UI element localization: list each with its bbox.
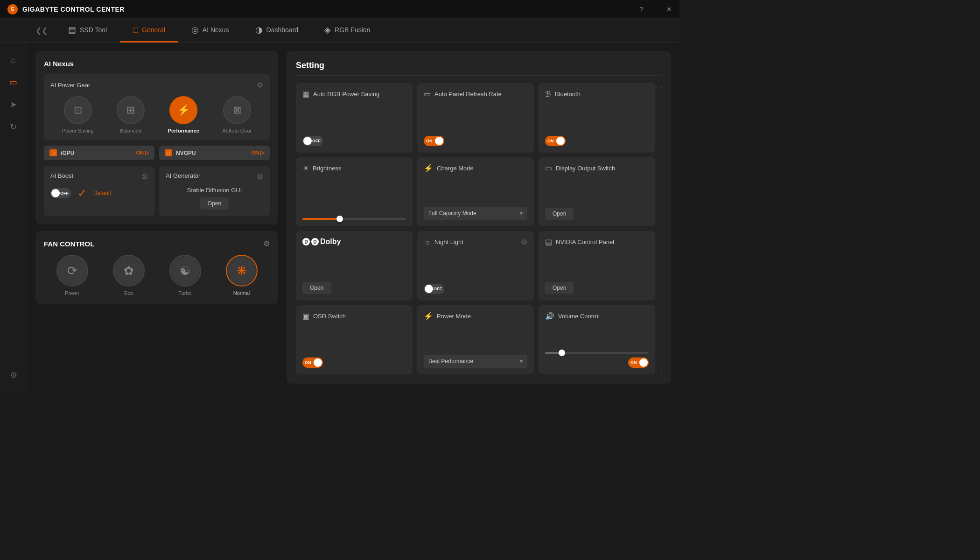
close-button[interactable]: ✕ (666, 6, 672, 13)
dolby-header: D D Dolby (302, 238, 406, 246)
nav-item-general[interactable]: □ General (120, 19, 178, 42)
charge-mode-value: Full Capacity Mode (428, 210, 476, 217)
nav-item-dashboard[interactable]: ◑ Dashboard (242, 19, 312, 42)
sidebar-item-display[interactable]: ▭ (4, 73, 23, 91)
igpu-status: ON ▷ (136, 150, 149, 156)
ai-generator-content: Stable Diffusion GUI Open (166, 187, 263, 210)
dolby-text: Dolby (320, 238, 341, 246)
fan-eco-label: Eco (124, 290, 133, 296)
fan-control-header: FAN CONTROL ⚙ (44, 239, 270, 248)
nav-item-ssd-tool[interactable]: ▤ SSD Tool (55, 19, 120, 42)
volume-toggle[interactable]: ON (628, 357, 649, 368)
dolby-open-button[interactable]: Open (302, 282, 331, 294)
volume-thumb (559, 350, 565, 356)
sidebar-item-refresh[interactable]: ↻ (4, 118, 23, 136)
top-navigation: ❮❮ ▤ SSD Tool □ General ◎ AI Nexus ◑ Das… (0, 19, 679, 43)
fan-turbo-label: Turbo (178, 290, 191, 296)
fan-control-settings-icon[interactable]: ⚙ (263, 239, 270, 248)
night-light-header: ☼ Night Light ⚙ (424, 238, 527, 246)
display-output-open-button[interactable]: Open (545, 208, 574, 220)
sidebar-item-performance[interactable]: ➤ (4, 95, 23, 114)
ai-generator-card: AI Generator ⚙ Stable Diffusion GUI Open (159, 166, 270, 216)
dolby-d2: D (311, 238, 319, 245)
scroll-up-button[interactable]: ▲ (660, 83, 662, 90)
power-mode-ai-auto-gear[interactable]: ⊠ AI Auto Gear (222, 96, 252, 133)
charge-mode-header: ⚡ Charge Mode (424, 164, 527, 173)
ai-generator-title: AI Generator (166, 172, 200, 181)
fan-mode-power[interactable]: ⟳ Power (56, 255, 88, 296)
power-gear-header: AI Power Gear ⚙ (50, 81, 263, 90)
power-mode-value: Best Performance (428, 358, 473, 364)
fan-power-circle: ⟳ (56, 255, 88, 287)
bluetooth-toggle[interactable]: ON (545, 136, 566, 146)
night-light-settings-icon[interactable]: ⚙ (521, 238, 527, 246)
nvidia-header: ▤ NVIDIA Control Panel (545, 238, 649, 246)
osd-body: ON (302, 357, 406, 368)
minimize-button[interactable]: — (651, 6, 658, 13)
balanced-label: Balanced (120, 128, 141, 133)
help-button[interactable]: ? (639, 6, 643, 13)
igpu-label: iGPU (61, 150, 74, 156)
sidebar-item-settings[interactable]: ⚙ (4, 366, 23, 385)
scroll-down-button[interactable]: ▼ (660, 368, 662, 374)
power-saving-circle: ⊡ (64, 96, 92, 124)
nav-item-ai-nexus[interactable]: ◎ AI Nexus (178, 19, 242, 42)
osd-toggle-label: ON (305, 360, 311, 365)
fan-eco-circle: ✿ (113, 255, 145, 287)
ai-auto-gear-circle: ⊠ (223, 96, 251, 124)
titlebar: G GIGABYTE CONTROL CENTER ? — ✕ (0, 0, 679, 19)
tile-brightness: ☀ Brightness (296, 157, 413, 227)
ai-generator-settings-icon[interactable]: ⚙ (257, 172, 263, 181)
generator-open-button[interactable]: Open (200, 197, 229, 210)
power-mode-dropdown[interactable]: Best Performance ▾ (424, 355, 527, 368)
brightness-slider[interactable] (302, 218, 406, 220)
power-mode-balanced[interactable]: ⊞ Balanced (117, 96, 145, 133)
fan-modes: ⟳ Power ✿ Eco ☯ Turbo ❋ Normal (44, 255, 270, 296)
auto-panel-toggle[interactable]: ON (424, 136, 444, 146)
auto-panel-icon: ▭ (424, 90, 431, 98)
power-mode-body: Best Performance ▾ (424, 355, 527, 368)
display-output-label: Display Output Switch (556, 165, 615, 172)
nav-label-general: General (142, 26, 165, 34)
tile-volume-control: 🔊 Volume Control ON (539, 305, 655, 375)
ai-boost-settings-icon[interactable]: ⚙ (141, 172, 148, 181)
sidebar-item-home[interactable]: ⌂ (4, 50, 23, 69)
nvgpu-badge[interactable]: □ NVGPU ON ▷ (159, 146, 270, 160)
tile-charge-mode: ⚡ Charge Mode Full Capacity Mode ▾ (417, 157, 534, 227)
power-mode-performance[interactable]: ⚡ Performance (168, 96, 199, 133)
balanced-circle: ⊞ (117, 96, 145, 124)
auto-rgb-toggle-label: OFF (312, 139, 321, 143)
auto-rgb-icon: ▦ (302, 90, 309, 98)
fan-mode-normal[interactable]: ❋ Normal (226, 255, 258, 296)
volume-slider[interactable] (545, 352, 649, 354)
auto-rgb-header: ▦ Auto RGB Power Saving (302, 90, 406, 98)
nvidia-open-button[interactable]: Open (545, 282, 574, 294)
fan-mode-turbo[interactable]: ☯ Turbo (169, 255, 201, 296)
nav-toggle[interactable]: ❮❮ (28, 26, 55, 35)
auto-rgb-toggle[interactable]: OFF (302, 136, 323, 146)
osd-header: ▣ OSD Switch (302, 312, 406, 321)
generator-app-name: Stable Diffusion GUI (187, 187, 242, 194)
osd-toggle[interactable]: ON (302, 357, 323, 368)
igpu-badge[interactable]: □ iGPU ON ▷ (44, 146, 154, 160)
nav-item-rgb-fusion[interactable]: ◈ RGB Fusion (311, 19, 383, 42)
display-output-header: ▭ Display Output Switch (545, 164, 649, 173)
power-gear-settings-icon[interactable]: ⚙ (257, 81, 263, 90)
ai-boost-default-label: Default (93, 190, 111, 196)
night-light-toggle-label: OFF (434, 287, 442, 291)
tile-bluetooth: ℬ Bluetooth ON (539, 83, 655, 153)
night-light-icon: ☼ (424, 238, 431, 246)
nvidia-label: NVIDIA Control Panel (556, 238, 614, 245)
power-mode-power-saving[interactable]: ⊡ Power Saving (62, 96, 94, 133)
ai-nexus-card: AI Nexus AI Power Gear ⚙ ⊡ Power Saving (35, 51, 278, 224)
ai-row: AI Boost ⚙ OFF ✓ Default (44, 166, 270, 216)
ai-boost-toggle[interactable]: OFF (50, 188, 71, 198)
night-light-toggle[interactable]: OFF (424, 284, 444, 294)
settings-grid: ▦ Auto RGB Power Saving OFF (296, 83, 655, 374)
dolby-logo: D D Dolby (302, 238, 341, 246)
nvidia-icon: ▤ (545, 238, 552, 246)
charge-mode-dropdown[interactable]: Full Capacity Mode ▾ (424, 207, 527, 220)
fan-control-card: FAN CONTROL ⚙ ⟳ Power ✿ Eco ☯ Turbo (35, 231, 278, 304)
nav-label-ai-nexus: AI Nexus (203, 26, 229, 34)
fan-mode-eco[interactable]: ✿ Eco (113, 255, 145, 296)
